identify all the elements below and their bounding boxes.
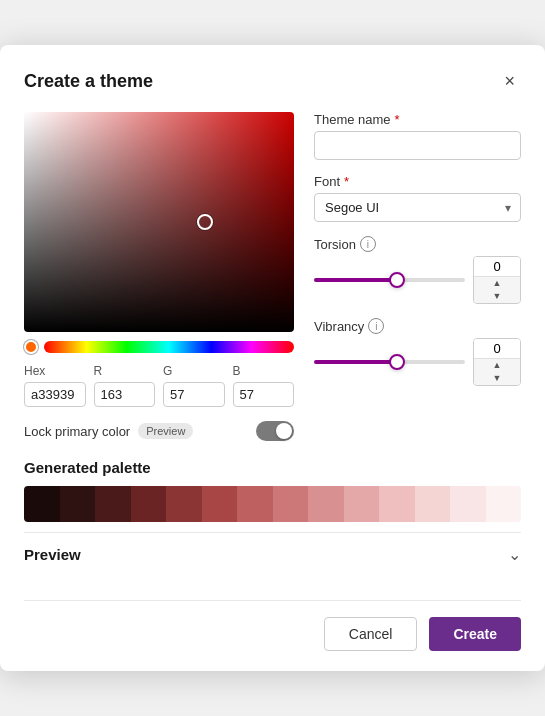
hue-dot xyxy=(24,340,38,354)
palette-swatch xyxy=(308,486,344,522)
font-label-row: Font * xyxy=(314,174,521,189)
preview-chevron-icon: ⌄ xyxy=(508,545,521,564)
hex-group: Hex xyxy=(24,364,86,407)
theme-name-input[interactable] xyxy=(314,131,521,160)
hue-slider-row xyxy=(24,340,294,354)
main-content: Hex R G B Lock primary color Pre xyxy=(24,112,521,441)
palette-swatch xyxy=(60,486,96,522)
vibrancy-info-icon: i xyxy=(368,318,384,334)
palette-swatch xyxy=(379,486,415,522)
theme-name-label-row: Theme name * xyxy=(314,112,521,127)
theme-name-label: Theme name xyxy=(314,112,391,127)
create-theme-dialog: Create a theme × Hex R xyxy=(0,45,545,671)
vibrancy-slider-thumb xyxy=(389,354,405,370)
vibrancy-spinner: ▲ ▼ xyxy=(473,338,521,386)
torsion-spinner: ▲ ▼ xyxy=(473,256,521,304)
r-label: R xyxy=(94,364,156,378)
torsion-info-icon: i xyxy=(360,236,376,252)
vibrancy-increment-button[interactable]: ▲ xyxy=(474,359,520,372)
lock-primary-toggle[interactable] xyxy=(256,421,294,441)
theme-name-required: * xyxy=(395,112,400,127)
palette-swatch xyxy=(344,486,380,522)
palette-swatch xyxy=(202,486,238,522)
close-button[interactable]: × xyxy=(498,69,521,94)
b-input[interactable] xyxy=(233,382,295,407)
r-input[interactable] xyxy=(94,382,156,407)
preview-section-title: Preview xyxy=(24,546,81,563)
palette-swatch xyxy=(273,486,309,522)
vibrancy-slider-row: ▲ ▼ xyxy=(314,338,521,386)
toggle-knob xyxy=(276,423,292,439)
hex-label: Hex xyxy=(24,364,86,378)
theme-name-field: Theme name * xyxy=(314,112,521,160)
vibrancy-value-input[interactable] xyxy=(474,339,520,359)
vibrancy-label: Vibrancy xyxy=(314,319,364,334)
color-gradient-picker[interactable] xyxy=(24,112,294,332)
torsion-increment-button[interactable]: ▲ xyxy=(474,277,520,290)
palette-swatch xyxy=(131,486,167,522)
vibrancy-decrement-button[interactable]: ▼ xyxy=(474,372,520,385)
torsion-decrement-button[interactable]: ▼ xyxy=(474,290,520,303)
g-label: G xyxy=(163,364,225,378)
preview-section[interactable]: Preview ⌄ xyxy=(24,532,521,576)
palette-section: Generated palette xyxy=(24,459,521,522)
hex-input[interactable] xyxy=(24,382,86,407)
palette-swatch xyxy=(166,486,202,522)
palette-swatch xyxy=(237,486,273,522)
font-field: Font * Segoe UI Arial Calibri ▾ xyxy=(314,174,521,222)
vibrancy-spinner-buttons: ▲ ▼ xyxy=(474,359,520,385)
font-select[interactable]: Segoe UI Arial Calibri xyxy=(314,193,521,222)
lock-primary-label: Lock primary color xyxy=(24,424,130,439)
torsion-field: Torsion i ▲ ▼ xyxy=(314,236,521,304)
palette-swatch xyxy=(415,486,451,522)
create-button[interactable]: Create xyxy=(429,617,521,651)
g-group: G xyxy=(163,364,225,407)
torsion-label-row: Torsion i xyxy=(314,236,521,252)
left-panel: Hex R G B Lock primary color Pre xyxy=(24,112,294,441)
palette-swatch xyxy=(24,486,60,522)
r-group: R xyxy=(94,364,156,407)
font-required: * xyxy=(344,174,349,189)
torsion-slider-thumb xyxy=(389,272,405,288)
dialog-footer: Cancel Create xyxy=(24,600,521,651)
torsion-slider-row: ▲ ▼ xyxy=(314,256,521,304)
vibrancy-label-row: Vibrancy i xyxy=(314,318,521,334)
dialog-header: Create a theme × xyxy=(24,69,521,94)
cancel-button[interactable]: Cancel xyxy=(324,617,418,651)
right-panel: Theme name * Font * Segoe UI Arial Calib… xyxy=(314,112,521,441)
g-input[interactable] xyxy=(163,382,225,407)
font-select-wrapper: Segoe UI Arial Calibri ▾ xyxy=(314,193,521,222)
palette-swatch xyxy=(450,486,486,522)
b-group: B xyxy=(233,364,295,407)
torsion-spinner-buttons: ▲ ▼ xyxy=(474,277,520,303)
dialog-title: Create a theme xyxy=(24,71,153,92)
palette-row xyxy=(24,486,521,522)
vibrancy-slider-track[interactable] xyxy=(314,360,465,364)
color-picker-cursor xyxy=(197,214,213,230)
palette-title: Generated palette xyxy=(24,459,521,476)
font-label: Font xyxy=(314,174,340,189)
b-label: B xyxy=(233,364,295,378)
lock-row: Lock primary color Preview xyxy=(24,421,294,441)
vibrancy-field: Vibrancy i ▲ ▼ xyxy=(314,318,521,386)
torsion-value-input[interactable] xyxy=(474,257,520,277)
preview-badge: Preview xyxy=(138,423,193,439)
palette-swatch xyxy=(486,486,522,522)
palette-swatch xyxy=(95,486,131,522)
hue-bar[interactable] xyxy=(44,341,294,353)
torsion-label: Torsion xyxy=(314,237,356,252)
torsion-slider-track[interactable] xyxy=(314,278,465,282)
hex-rgb-row: Hex R G B xyxy=(24,364,294,407)
